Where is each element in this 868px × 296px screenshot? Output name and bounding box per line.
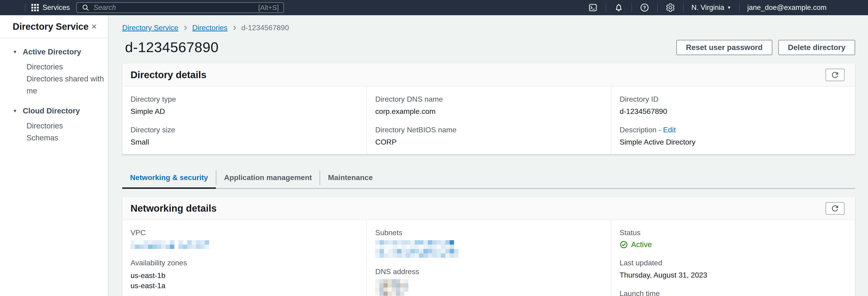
field-subnets: Subnets	[375, 228, 604, 258]
networking-details-grid: VPC Availability zones us-east-1b us-eas…	[122, 220, 855, 296]
topbar-divider	[739, 3, 740, 12]
region-label: N. Virginia	[691, 3, 724, 12]
search-shortcut-hint: [Alt+S]	[258, 4, 279, 11]
availability-zone: us-east-1b	[130, 270, 360, 281]
directory-details-grid: Directory type Simple AD Directory size …	[122, 87, 855, 155]
field-description: Description - Edit Simple Active Directo…	[620, 126, 848, 146]
field-label: Description -	[620, 126, 661, 134]
account-menu[interactable]: jane_doe@example.com	[747, 3, 827, 12]
edit-description-link[interactable]: Edit	[663, 126, 676, 134]
topbar-divider	[631, 3, 632, 12]
topbar-divider	[25, 3, 25, 12]
networking-column-2: Subnets DNS address	[366, 220, 611, 296]
gear-icon	[665, 3, 675, 12]
networking-details-header: Networking details	[122, 197, 855, 220]
sidebar-item-directories-shared-with-me[interactable]: Directories shared with me	[0, 73, 108, 97]
details-column-2: Directory DNS name corp.example.com Dire…	[366, 87, 611, 155]
description-label-row: Description - Edit	[620, 126, 848, 134]
sidebar-item-directories[interactable]: Directories	[0, 61, 108, 73]
field-value: CORP	[375, 137, 604, 146]
field-label: Subnets	[375, 228, 604, 237]
sidebar-section-label: Cloud Directory	[23, 106, 80, 115]
field-value: Thursday, August 31, 2023	[620, 270, 848, 279]
field-label: VPC	[130, 228, 360, 237]
global-search-box[interactable]: [Alt+S]	[76, 2, 284, 13]
redacted-value-mosaic	[130, 240, 174, 249]
region-selector[interactable]: N. Virginia ▼	[691, 3, 731, 12]
close-icon	[90, 23, 98, 30]
field-label: Directory type	[130, 95, 360, 103]
chevron-down-icon: ▼	[727, 5, 731, 10]
field-label: Directory DNS name	[375, 95, 604, 103]
notifications-button[interactable]	[614, 3, 624, 12]
breadcrumb-directories[interactable]: Directories	[192, 24, 227, 32]
sidebar-item-cloud-directories[interactable]: Directories	[0, 120, 108, 132]
sidebar-section-toggle[interactable]: ▼ Active Directory	[0, 47, 108, 56]
field-label: Status	[620, 228, 848, 237]
breadcrumb-directory-service[interactable]: Directory Service	[122, 24, 179, 32]
field-label: Directory size	[130, 126, 360, 134]
networking-details-title: Networking details	[130, 203, 217, 214]
services-grid-icon	[31, 4, 39, 11]
help-question-icon: ?	[640, 3, 649, 12]
status-badge: Active	[620, 240, 848, 249]
chevron-right-icon	[231, 25, 238, 31]
field-label: Directory ID	[620, 95, 848, 103]
sidebar-section-cloud-directory: ▼ Cloud Directory Directories Schemas	[0, 106, 108, 144]
sidebar-title: Directory Service	[13, 22, 89, 32]
refresh-icon	[830, 204, 840, 213]
field-directory-size: Directory size Small	[130, 126, 360, 146]
networking-details-card: Networking details VPC	[122, 197, 855, 296]
side-navigation: Directory Service ▼ Active Directory Dir…	[0, 15, 108, 296]
breadcrumb: Directory Service Directories d-12345678…	[122, 24, 855, 32]
status-value: Active	[631, 240, 652, 249]
page-actions: Reset user password Delete directory	[676, 40, 855, 55]
topbar-divider	[683, 3, 683, 12]
directory-details-header: Directory details	[122, 64, 855, 87]
field-directory-id: Directory ID d-1234567890	[620, 95, 848, 116]
delete-directory-button[interactable]: Delete directory	[778, 40, 855, 55]
sidebar-item-schemas[interactable]: Schemas	[0, 132, 108, 144]
tab-application-management[interactable]: Application management	[216, 169, 320, 189]
page-header: d-1234567890 Reset user password Delete …	[122, 39, 855, 55]
tab-networking-and-security[interactable]: Networking & security	[122, 169, 216, 189]
vpc-value-redacted[interactable]	[130, 240, 360, 249]
sidebar-header: Directory Service	[0, 15, 108, 38]
field-label: Launch time	[620, 289, 848, 296]
field-directory-dns-name: Directory DNS name corp.example.com	[375, 95, 604, 116]
directory-details-title: Directory details	[130, 69, 207, 80]
status-active-check-icon	[620, 240, 628, 249]
settings-button[interactable]	[665, 3, 675, 12]
topbar-divider	[606, 3, 606, 12]
sidebar-nav: ▼ Active Directory Directories Directori…	[0, 38, 108, 144]
field-label: Availability zones	[130, 259, 360, 267]
field-vpc: VPC	[130, 228, 360, 249]
dns-address-redacted	[375, 279, 604, 296]
console-top-bar: Services [Alt+S]	[0, 0, 868, 15]
sidebar-close-button[interactable]	[90, 23, 98, 30]
redacted-value-mosaic	[375, 279, 408, 296]
availability-zone: us-east-1a	[130, 281, 360, 291]
cloudshell-button[interactable]	[588, 3, 598, 12]
networking-column-1: VPC Availability zones us-east-1b us-eas…	[122, 220, 366, 296]
reset-user-password-button[interactable]: Reset user password	[676, 40, 772, 55]
sidebar-section-active-directory: ▼ Active Directory Directories Directori…	[0, 47, 108, 97]
breadcrumb-current: d-1234567890	[242, 24, 289, 32]
field-value: Simple Active Directory	[620, 137, 848, 146]
detail-tabs: Networking & security Application manage…	[122, 169, 855, 189]
field-directory-netbios-name: Directory NetBIOS name CORP	[375, 126, 604, 146]
main-content: Directory Service Directories d-12345678…	[108, 15, 868, 296]
subnets-value-redacted[interactable]	[375, 240, 604, 258]
help-button[interactable]: ?	[640, 3, 649, 12]
search-icon	[82, 3, 90, 12]
field-availability-zones: Availability zones us-east-1b us-east-1a	[130, 259, 360, 291]
page-title: d-1234567890	[122, 39, 219, 55]
sidebar-section-toggle[interactable]: ▼ Cloud Directory	[0, 106, 108, 115]
refresh-directory-details-button[interactable]	[826, 69, 844, 81]
tab-maintenance[interactable]: Maintenance	[320, 169, 380, 189]
refresh-networking-details-button[interactable]	[826, 202, 844, 215]
bell-icon	[614, 3, 624, 12]
services-menu-button[interactable]: Services	[31, 3, 70, 12]
triangle-down-icon: ▼	[13, 49, 17, 55]
search-input[interactable]	[93, 3, 255, 12]
